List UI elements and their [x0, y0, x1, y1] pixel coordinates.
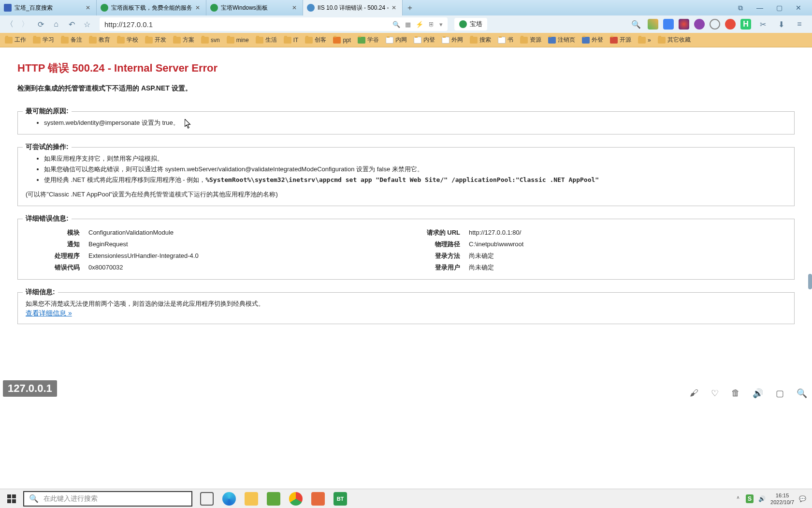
tray-volume-icon[interactable]: 🔊: [758, 495, 766, 502]
ext-icon-7[interactable]: H: [740, 19, 751, 30]
ext-icon-1[interactable]: [648, 19, 658, 30]
volume-icon[interactable]: 🔊: [753, 388, 763, 399]
bookmark-item[interactable]: 外网: [439, 36, 466, 44]
ext-icon-4[interactable]: [694, 19, 705, 30]
bookmark-item[interactable]: 生活: [253, 36, 280, 44]
bookmark-item[interactable]: 注销页: [545, 36, 578, 44]
tab-title: IIS 10.0 详细错误 - 500.24 -: [318, 4, 389, 12]
bookmark-item[interactable]: 学校: [114, 36, 141, 44]
cut-icon[interactable]: ✂: [756, 17, 769, 31]
close-icon[interactable]: ✕: [86, 4, 92, 11]
edge-icon[interactable]: [222, 492, 236, 506]
bookmark-item[interactable]: mine: [224, 37, 252, 44]
folder-icon: [582, 37, 590, 44]
detail-row: 登录用户尚未确定: [406, 262, 786, 273]
tab-title: 宝塔面板下载，免费全能的服务: [111, 4, 192, 12]
close-icon[interactable]: ✕: [392, 4, 398, 11]
bt-panel-icon[interactable]: BT: [334, 492, 347, 506]
brush-icon[interactable]: 🖌: [690, 388, 698, 399]
bookmark-item[interactable]: 其它收藏: [655, 36, 694, 44]
taskbar-search[interactable]: 🔍 在此键入进行搜索: [23, 491, 192, 507]
tray-chevron-icon[interactable]: ＾: [735, 494, 741, 503]
tab-0[interactable]: 宝塔_百度搜索✕: [0, 0, 97, 15]
ext-icon-3[interactable]: [679, 19, 689, 30]
bookmark-item[interactable]: 内网: [383, 36, 410, 44]
forward-button[interactable]: 〉: [18, 17, 32, 31]
qr-icon[interactable]: ▦: [405, 21, 411, 28]
chrome-icon[interactable]: [289, 492, 303, 506]
tab-2[interactable]: 宝塔Windows面板✕: [206, 0, 303, 15]
notifications-icon[interactable]: 💬: [799, 495, 806, 502]
reload-button[interactable]: ⟳: [34, 17, 47, 31]
bookmark-label: 内网: [395, 36, 407, 44]
bookmark-item[interactable]: »: [635, 37, 654, 44]
new-tab-button[interactable]: ＋: [403, 0, 417, 15]
folder-icon: [548, 37, 556, 44]
close-window-icon[interactable]: ✕: [791, 4, 806, 12]
folder-icon: [5, 37, 13, 44]
clock[interactable]: 16:15 2022/10/7: [770, 492, 794, 506]
ext-icon-6[interactable]: [725, 19, 736, 30]
minimize-icon[interactable]: —: [752, 4, 768, 12]
bookmark-item[interactable]: 工作: [2, 36, 29, 44]
section-title: 详细错误信息:: [23, 214, 72, 223]
close-icon[interactable]: ✕: [292, 4, 299, 11]
heart-icon[interactable]: ♡: [711, 388, 719, 399]
flash-icon[interactable]: ⚡: [416, 21, 423, 28]
app-orange-icon[interactable]: [311, 492, 325, 506]
bookmark-item[interactable]: 教育: [86, 36, 113, 44]
bookmark-item[interactable]: 开发: [142, 36, 169, 44]
scrollbar-thumb[interactable]: [808, 274, 812, 289]
taskview-icon[interactable]: [200, 492, 214, 506]
bookmark-item[interactable]: svn: [198, 37, 223, 44]
tray-ime-icon[interactable]: S: [746, 494, 754, 503]
explorer-icon[interactable]: [245, 492, 258, 506]
close-icon[interactable]: ✕: [195, 4, 202, 11]
back-button[interactable]: 〈: [3, 17, 16, 31]
download-icon[interactable]: ⬇: [774, 17, 788, 31]
view-details-link[interactable]: 查看详细信息 »: [26, 309, 72, 317]
bookmark-item[interactable]: 创客: [302, 36, 329, 44]
bookmark-item[interactable]: 备注: [58, 36, 85, 44]
folder-icon: [284, 37, 291, 44]
ext-icon-2[interactable]: [663, 19, 674, 30]
detail-key: 登录用户: [406, 262, 469, 273]
tab-1[interactable]: 宝塔面板下载，免费全能的服务✕: [97, 0, 206, 15]
url-input[interactable]: http://127.0.0.1 🔍 ▦ ⚡ ⛨ ▾: [100, 17, 448, 31]
shield-icon[interactable]: ⛨: [428, 21, 435, 28]
bookmark-item[interactable]: 开源: [607, 36, 634, 44]
undo-nav-button[interactable]: ↶: [65, 17, 78, 31]
search-engine-box[interactable]: 宝塔: [454, 18, 487, 30]
folder-icon: [470, 37, 478, 44]
detail-row: 模块ConfigurationValidationModule: [26, 227, 406, 239]
bookmark-item[interactable]: 内登: [411, 36, 438, 44]
tab-3[interactable]: IIS 10.0 详细错误 - 500.24 -✕: [303, 0, 403, 15]
chevron-down-icon[interactable]: ▾: [439, 21, 443, 28]
start-button[interactable]: [0, 489, 23, 508]
bookmark-item[interactable]: 外登: [579, 36, 606, 44]
menu-icon[interactable]: ≡: [793, 17, 806, 31]
bookmark-item[interactable]: 书: [495, 36, 516, 44]
favorite-button[interactable]: ☆: [80, 17, 94, 31]
bookmark-item[interactable]: 学习: [30, 36, 57, 44]
bookmark-item[interactable]: IT: [281, 37, 302, 44]
bookmark-item[interactable]: 搜索: [467, 36, 494, 44]
detail-value: 尚未确定: [469, 250, 494, 262]
maximize-icon[interactable]: ▢: [771, 4, 787, 12]
video-icon[interactable]: ▢: [776, 388, 784, 399]
home-button[interactable]: ⌂: [49, 17, 63, 31]
bookmark-label: ppt: [343, 37, 351, 44]
bookmark-item[interactable]: 方案: [170, 36, 197, 44]
search-icon[interactable]: 🔍: [629, 17, 643, 31]
zoom-icon[interactable]: 🔍: [392, 21, 400, 28]
bookmark-item[interactable]: 资源: [517, 36, 544, 44]
app-green-icon[interactable]: [267, 492, 280, 506]
magnify-icon[interactable]: 🔍: [797, 388, 807, 399]
trash-icon[interactable]: 🗑: [731, 388, 740, 399]
tabs-overview-icon[interactable]: ⧉: [733, 4, 748, 12]
ext-icon-5[interactable]: [710, 19, 720, 30]
detail-row: 物理路径C:\inetpub\wwwroot: [406, 239, 786, 250]
detail-value: ConfigurationValidationModule: [88, 227, 174, 239]
bookmark-item[interactable]: 学谷: [355, 36, 382, 44]
bookmark-item[interactable]: ppt: [330, 37, 354, 44]
